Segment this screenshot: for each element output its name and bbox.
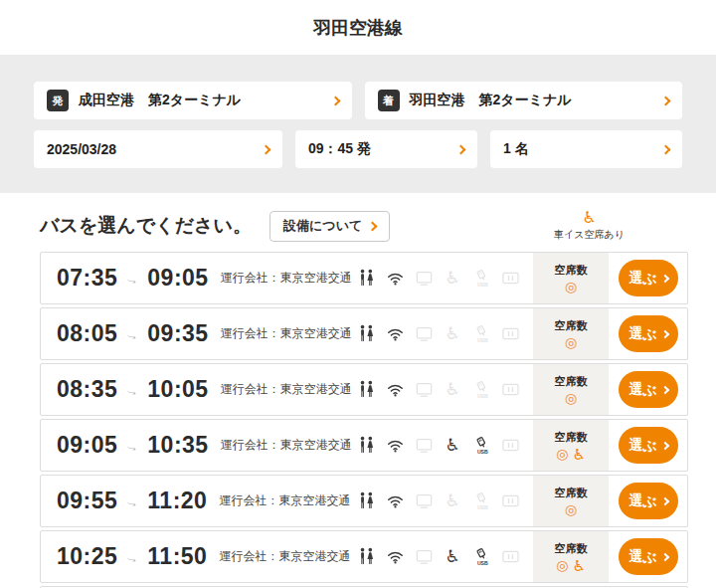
wheelchair-seat-icon: ♿	[572, 558, 585, 573]
select-button[interactable]: 選ぶ	[619, 483, 678, 519]
seat-availability: 空席数 ◎ ♿	[533, 531, 609, 582]
bus-row: 09:05 → 10:35 運行会社：東京空港交通 ♿ 空席数 ◎ ♿ 選ぶ	[40, 419, 688, 472]
seat-availability: 空席数 ◎ ♿	[533, 364, 609, 415]
section-heading: バスを選んでください。	[40, 213, 252, 239]
seats-label: 空席数	[555, 374, 588, 389]
departure-badge: 発	[47, 90, 69, 111]
tv-icon	[414, 269, 434, 289]
arrival-stop-field[interactable]: 着 羽田空港 第2ターミナル	[365, 82, 683, 119]
restroom-icon	[356, 436, 376, 456]
passenger-count-value: 1 名	[503, 140, 529, 158]
seats-label: 空席数	[555, 430, 588, 445]
select-button-label: 選ぶ	[628, 381, 656, 399]
bus-row: 08:05 → 09:35 運行会社：東京空港交通 ♿ 空席数 ◎ ♿ 選ぶ	[40, 307, 688, 360]
trip-times: 09:55 → 11:20	[57, 488, 207, 514]
wheelchair-icon: ♿	[582, 210, 596, 226]
seat-availability: 空席数 ◎ ♿	[533, 476, 609, 526]
select-button-label: 選ぶ	[628, 270, 656, 288]
amenity-icons: ♿	[356, 269, 520, 289]
time-value: 09：45 発	[308, 140, 371, 158]
wheelchair-icon: ♿	[443, 324, 462, 344]
equipment-info-button[interactable]: 設備について	[269, 211, 390, 242]
outlet-icon	[500, 436, 520, 456]
section-bar: バスを選んでください。 設備について ♿ 車イス空席あり	[0, 193, 716, 250]
chevron-right-icon	[661, 96, 671, 105]
operator-info: 運行会社：東京空港交通	[219, 548, 350, 565]
passenger-count-field[interactable]: 1 名	[490, 130, 682, 168]
wifi-icon	[385, 547, 405, 567]
amenity-icons: ♿	[356, 491, 520, 511]
usb-icon	[471, 436, 491, 456]
arrow-right-icon: →	[124, 547, 141, 566]
seat-available-mark: ◎	[565, 280, 577, 294]
arrival-time: 11:20	[147, 488, 207, 514]
operator-label: 運行会社：	[219, 549, 278, 563]
seats-label: 空席数	[555, 541, 588, 556]
wifi-icon	[385, 324, 405, 344]
seat-availability: 空席数 ◎ ♿	[533, 420, 609, 471]
chevron-right-icon	[262, 144, 271, 154]
wheelchair-icon: ♿	[443, 547, 462, 567]
operator-name: 東京空港交通	[278, 549, 350, 563]
operator-name: 東京空港交通	[278, 493, 350, 507]
chevron-right-icon	[660, 385, 668, 393]
search-row-stops: 発 成田空港 第2ターミナル 着 羽田空港 第2ターミナル	[34, 82, 682, 119]
select-button-label: 選ぶ	[628, 325, 656, 343]
date-value: 2025/03/28	[47, 141, 116, 157]
seat-available-mark: ◎	[556, 447, 568, 461]
seat-available-mark: ◎	[565, 391, 577, 405]
seats-status: ◎ ♿	[565, 335, 577, 349]
tv-icon	[414, 380, 434, 400]
tv-icon	[414, 491, 434, 511]
tv-icon	[414, 547, 434, 567]
departure-time: 09:55	[57, 488, 117, 514]
restroom-icon	[356, 269, 376, 289]
outlet-icon	[500, 269, 520, 289]
select-button[interactable]: 選ぶ	[619, 371, 678, 408]
seats-status: ◎ ♿	[556, 447, 586, 462]
wifi-icon	[385, 380, 405, 400]
arrival-badge: 着	[378, 90, 400, 111]
seats-status: ◎ ♿	[565, 391, 577, 405]
departure-time: 08:35	[57, 376, 117, 403]
departure-stop-field[interactable]: 発 成田空港 第2ターミナル	[34, 82, 352, 119]
operator-label: 運行会社：	[221, 382, 280, 396]
bus-row: 09:55 → 11:20 運行会社：東京空港交通 ♿ 空席数 ◎ ♿ 選ぶ	[40, 475, 688, 527]
operator-info: 運行会社：東京空港交通	[219, 492, 350, 509]
operator-name: 東京空港交通	[280, 271, 352, 285]
departure-time: 07:35	[57, 265, 117, 292]
select-button[interactable]: 選ぶ	[619, 427, 678, 464]
outlet-icon	[500, 547, 520, 567]
arrival-time: 10:35	[147, 432, 208, 459]
select-button[interactable]: 選ぶ	[619, 260, 678, 296]
seat-available-mark: ◎	[565, 502, 577, 516]
arrival-time: 10:05	[147, 376, 208, 403]
seat-available-mark: ◎	[556, 558, 568, 572]
usb-icon	[471, 547, 491, 567]
chevron-right-icon	[660, 496, 668, 504]
arrival-time: 09:05	[147, 265, 208, 292]
wheelchair-legend: ♿ 車イス空席あり	[554, 210, 625, 242]
departure-time: 10:25	[57, 543, 117, 570]
date-field[interactable]: 2025/03/28	[34, 130, 282, 168]
operator-info: 運行会社：東京空港交通	[221, 270, 352, 287]
seats-label: 空席数	[555, 486, 588, 500]
wifi-icon	[385, 436, 405, 456]
operator-label: 運行会社：	[221, 438, 280, 452]
select-button[interactable]: 選ぶ	[619, 538, 678, 575]
restroom-icon	[356, 547, 376, 567]
wheelchair-legend-label: 車イス空席あり	[554, 228, 625, 242]
wheelchair-icon: ♿	[443, 436, 462, 456]
restroom-icon	[356, 380, 376, 400]
select-button[interactable]: 選ぶ	[619, 315, 678, 352]
select-button-label: 選ぶ	[628, 492, 656, 510]
operator-label: 運行会社：	[221, 326, 280, 340]
time-field[interactable]: 09：45 発	[295, 130, 477, 168]
amenity-icons: ♿	[356, 436, 520, 456]
arrow-right-icon: →	[124, 324, 141, 343]
operator-label: 運行会社：	[221, 271, 280, 285]
chevron-right-icon	[660, 274, 668, 282]
usb-icon	[471, 380, 491, 400]
arrival-time: 09:35	[147, 320, 208, 347]
seat-available-mark: ◎	[565, 335, 577, 349]
